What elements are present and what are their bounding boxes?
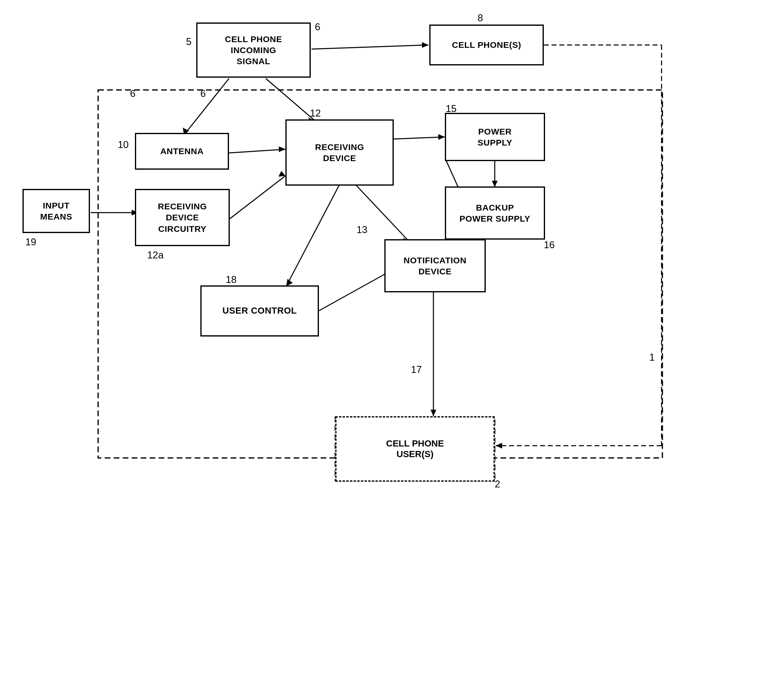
label-15: 15 bbox=[446, 103, 457, 114]
label-18: 18 bbox=[226, 274, 237, 285]
label-6b: 6 bbox=[130, 88, 135, 99]
svg-line-31 bbox=[319, 270, 393, 311]
label-1: 1 bbox=[649, 352, 655, 363]
svg-marker-34 bbox=[431, 410, 436, 416]
label-8: 8 bbox=[478, 12, 483, 24]
label-6c: 6 bbox=[200, 88, 206, 99]
svg-line-2 bbox=[312, 45, 429, 49]
svg-line-22 bbox=[393, 137, 445, 139]
svg-marker-3 bbox=[422, 42, 429, 48]
label-16: 16 bbox=[544, 239, 555, 251]
receiving-device-circuitry-box: RECEIVING DEVICE CIRCUITRY bbox=[135, 189, 230, 246]
svg-marker-23 bbox=[438, 134, 445, 140]
antenna-label: ANTENNA bbox=[160, 146, 204, 157]
label-19: 19 bbox=[25, 236, 36, 248]
notification-device-label: NOTIFICATION DEVICE bbox=[404, 255, 467, 277]
label-10: 10 bbox=[118, 139, 129, 150]
svg-line-14 bbox=[230, 176, 285, 219]
label-17: 17 bbox=[411, 364, 422, 375]
svg-marker-13 bbox=[279, 146, 285, 152]
cell-phone-box: CELL PHONE(S) bbox=[429, 25, 544, 65]
cell-phone-user-box: CELL PHONE USER(S) bbox=[335, 416, 495, 482]
label-2: 2 bbox=[495, 478, 500, 490]
svg-marker-15 bbox=[278, 171, 285, 177]
receiving-device-circuitry-label: RECEIVING DEVICE CIRCUITRY bbox=[158, 201, 207, 234]
backup-power-supply-label: BACKUP POWER SUPPLY bbox=[460, 202, 530, 224]
label-13: 13 bbox=[357, 224, 368, 236]
input-means-box: INPUT MEANS bbox=[22, 189, 90, 233]
label-6a: 6 bbox=[315, 21, 320, 33]
cell-phone-label: CELL PHONE(S) bbox=[452, 39, 521, 50]
svg-line-8 bbox=[184, 79, 229, 135]
receiving-device-box: RECEIVING DEVICE bbox=[285, 119, 394, 186]
label-12a: 12a bbox=[147, 249, 164, 261]
cell-phone-user-label: CELL PHONE USER(S) bbox=[386, 438, 444, 460]
backup-power-supply-box: BACKUP POWER SUPPLY bbox=[445, 186, 545, 240]
cell-phone-incoming-signal-box: CELL PHONE INCOMING SIGNAL bbox=[196, 22, 311, 78]
antenna-box: ANTENNA bbox=[135, 133, 229, 170]
notification-device-box: NOTIFICATION DEVICE bbox=[384, 239, 486, 292]
svg-marker-7 bbox=[496, 443, 502, 449]
svg-line-10 bbox=[266, 79, 315, 121]
svg-line-18 bbox=[286, 185, 339, 286]
cell-phone-incoming-signal-label: CELL PHONE INCOMING SIGNAL bbox=[225, 34, 282, 67]
power-supply-box: POWER SUPPLY bbox=[445, 113, 545, 161]
user-control-label: USER CONTROL bbox=[222, 305, 297, 317]
power-supply-label: POWER SUPPLY bbox=[478, 126, 512, 148]
diagram-container: CELL PHONE INCOMING SIGNAL CELL PHONE(S)… bbox=[0, 0, 783, 700]
label-12: 12 bbox=[310, 108, 321, 119]
svg-line-12 bbox=[229, 149, 285, 153]
receiving-device-label: RECEIVING DEVICE bbox=[315, 141, 364, 164]
diagram-svg bbox=[0, 0, 783, 700]
label-5: 5 bbox=[186, 36, 191, 47]
input-means-label: INPUT MEANS bbox=[40, 200, 72, 222]
user-control-box: USER CONTROL bbox=[200, 285, 319, 337]
